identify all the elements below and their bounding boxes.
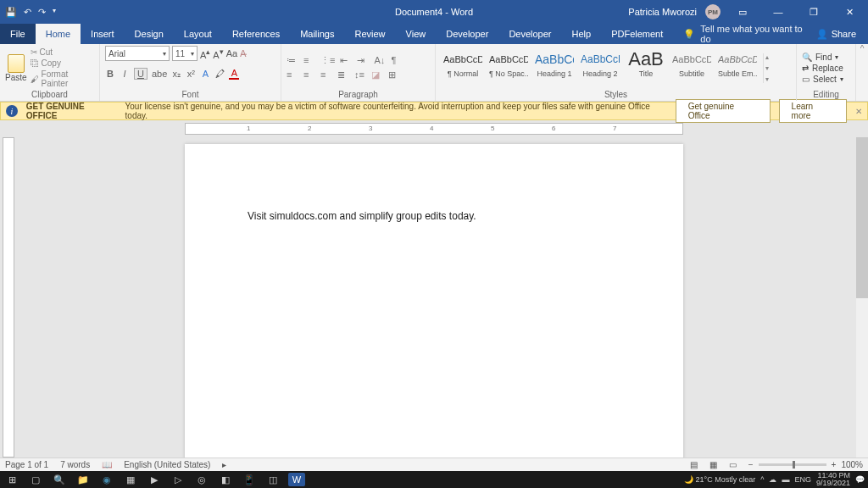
tab-references[interactable]: References xyxy=(222,24,290,44)
app-icon[interactable]: ◫ xyxy=(264,473,281,486)
app-icon[interactable]: ▶ xyxy=(146,473,163,486)
tab-layout[interactable]: Layout xyxy=(174,24,222,44)
show-marks-icon[interactable]: ¶ xyxy=(391,55,403,66)
align-left-icon[interactable]: ≡ xyxy=(287,69,298,80)
underline-button[interactable]: U xyxy=(134,68,147,80)
language-indicator[interactable]: English (United States) xyxy=(124,460,210,469)
tab-design[interactable]: Design xyxy=(125,24,174,44)
italic-button[interactable]: I xyxy=(120,69,130,79)
save-icon[interactable]: 💾 xyxy=(5,7,17,18)
style-item[interactable]: AaBbCcDSubtitle xyxy=(670,48,714,87)
tab-mailings[interactable]: Mailings xyxy=(290,24,344,44)
chevron-down-icon[interactable]: ▾ xyxy=(765,64,775,72)
minimize-icon[interactable]: — xyxy=(765,7,792,17)
page-indicator[interactable]: Page 1 of 1 xyxy=(5,460,48,469)
tab-developer-2[interactable]: Developer xyxy=(498,24,561,44)
app-icon[interactable]: ▦ xyxy=(122,473,139,486)
horizontal-ruler[interactable]: 12 34 56 7 xyxy=(185,123,683,135)
styles-more-icon[interactable]: ▾ xyxy=(765,75,775,83)
dismiss-banner-icon[interactable]: ✕ xyxy=(855,107,862,116)
app-icon[interactable]: 📱 xyxy=(241,473,258,486)
edge-icon[interactable]: ◉ xyxy=(98,473,115,486)
word-count[interactable]: 7 words xyxy=(60,460,90,469)
highlight-icon[interactable]: 🖍 xyxy=(214,69,225,79)
vertical-scrollbar[interactable] xyxy=(856,137,868,458)
superscript-button[interactable]: x² xyxy=(186,69,196,79)
shrink-font-icon[interactable]: A▾ xyxy=(213,47,223,60)
tray-language[interactable]: ENG xyxy=(794,475,811,484)
macro-icon[interactable]: ▸ xyxy=(222,460,226,469)
page[interactable]: Visit simuldocs.com and simplify group e… xyxy=(185,144,683,458)
undo-icon[interactable]: ↶ xyxy=(24,7,31,18)
redo-icon[interactable]: ↷ xyxy=(38,7,46,18)
notifications-icon[interactable]: 💬 xyxy=(855,475,865,484)
tray-battery-icon[interactable]: ▬ xyxy=(782,475,789,484)
vertical-ruler[interactable] xyxy=(3,137,14,458)
app-icon[interactable]: ◧ xyxy=(217,473,234,486)
format-painter-button[interactable]: 🖌 Format Painter xyxy=(31,69,94,88)
get-genuine-button[interactable]: Get genuine Office xyxy=(676,99,771,123)
ribbon-options-icon[interactable]: ▭ xyxy=(729,7,756,18)
decrease-indent-icon[interactable]: ⇤ xyxy=(340,55,352,66)
align-center-icon[interactable]: ≡ xyxy=(303,69,315,80)
font-size-select[interactable]: 11▾ xyxy=(172,46,198,61)
word-taskbar-icon[interactable]: W xyxy=(288,473,305,486)
font-name-select[interactable]: Arial▾ xyxy=(105,46,170,61)
cut-button[interactable]: ✂ Cut xyxy=(31,47,94,57)
style-item[interactable]: AaBbCcDcSubtle Em... xyxy=(715,48,760,87)
style-item[interactable]: AaBbCcDc¶ Normal xyxy=(441,48,485,87)
clock[interactable]: 11:40 PM9/19/2021 xyxy=(816,472,850,487)
subscript-button[interactable]: x₂ xyxy=(171,69,181,80)
grow-font-icon[interactable]: A▴ xyxy=(200,47,210,60)
zoom-out-icon[interactable]: − xyxy=(748,460,754,469)
styles-gallery[interactable]: AaBbCcDc¶ NormalAaBbCcDc¶ No Spac...AaBb… xyxy=(441,48,760,87)
chrome-icon[interactable]: ◎ xyxy=(193,473,210,486)
bold-button[interactable]: B xyxy=(105,69,115,79)
start-button[interactable]: ⊞ xyxy=(3,473,20,486)
shading-icon[interactable]: ◪ xyxy=(371,69,383,80)
document-text[interactable]: Visit simuldocs.com and simplify group e… xyxy=(185,144,683,288)
qat-more-icon[interactable]: ▾ xyxy=(53,7,56,18)
style-item[interactable]: AaBTitle xyxy=(624,48,668,87)
task-view-icon[interactable]: ▢ xyxy=(27,473,44,486)
justify-icon[interactable]: ≣ xyxy=(337,69,349,80)
close-icon[interactable]: ✕ xyxy=(836,7,863,18)
numbering-icon[interactable]: ≡ xyxy=(303,55,315,66)
chevron-up-icon[interactable]: ▴ xyxy=(765,53,775,61)
collapse-ribbon-icon[interactable]: ^ xyxy=(856,44,868,101)
spellcheck-icon[interactable]: 📖 xyxy=(102,460,112,469)
tell-me[interactable]: Tell me what you want to do xyxy=(700,24,804,44)
app-icon[interactable]: ▷ xyxy=(170,473,186,486)
bullets-icon[interactable]: ≔ xyxy=(287,55,298,66)
find-button[interactable]: 🔍 Find ▾ xyxy=(802,53,843,62)
tab-help[interactable]: Help xyxy=(562,24,602,44)
zoom-slider[interactable] xyxy=(759,463,826,466)
sort-icon[interactable]: A↓ xyxy=(374,55,386,66)
tab-home[interactable]: Home xyxy=(36,24,81,44)
copy-button[interactable]: ⿻ Copy xyxy=(31,58,94,68)
tab-review[interactable]: Review xyxy=(345,24,396,44)
print-layout-icon[interactable]: ▦ xyxy=(709,460,717,469)
text-effects-icon[interactable]: A xyxy=(200,69,210,79)
learn-more-button[interactable]: Learn more xyxy=(779,99,847,123)
select-button[interactable]: ▭ Select ▾ xyxy=(802,75,843,84)
style-item[interactable]: AaBbCcEHeading 2 xyxy=(578,48,622,87)
font-color-icon[interactable]: A xyxy=(229,68,239,80)
web-layout-icon[interactable]: ▭ xyxy=(729,460,737,469)
borders-icon[interactable]: ⊞ xyxy=(388,69,400,80)
increase-indent-icon[interactable]: ⇥ xyxy=(357,55,369,66)
tab-pdfelement[interactable]: PDFelement xyxy=(601,24,673,44)
avatar[interactable]: PM xyxy=(705,4,721,19)
tab-developer[interactable]: Developer xyxy=(436,24,498,44)
maximize-icon[interactable]: ❐ xyxy=(800,7,827,18)
align-right-icon[interactable]: ≡ xyxy=(320,69,332,80)
replace-button[interactable]: ⇄ Replace xyxy=(802,64,843,73)
tab-view[interactable]: View xyxy=(396,24,437,44)
weather-widget[interactable]: 🌙 21°C Mostly clear xyxy=(684,475,755,484)
tab-file[interactable]: File xyxy=(0,24,36,44)
explorer-icon[interactable]: 📁 xyxy=(75,473,92,486)
paste-button[interactable]: Paste xyxy=(5,51,27,85)
strike-button[interactable]: abe xyxy=(152,69,167,79)
tray-chevron-icon[interactable]: ^ xyxy=(760,475,764,484)
change-case-icon[interactable]: Aa xyxy=(226,48,237,58)
